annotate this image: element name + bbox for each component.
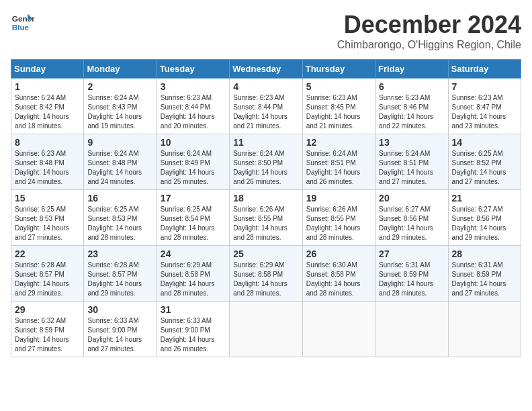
weekday-header: Friday: [375, 60, 448, 79]
day-info: Sunrise: 6:33 AMSunset: 9:00 PMDaylight:…: [87, 316, 152, 354]
calendar-week-row: 1 Sunrise: 6:24 AMSunset: 8:42 PMDayligh…: [11, 79, 521, 134]
day-info: Sunrise: 6:33 AMSunset: 9:00 PMDaylight:…: [161, 316, 226, 354]
day-info: Sunrise: 6:27 AMSunset: 8:56 PMDaylight:…: [379, 205, 444, 242]
calendar-day-cell: 22 Sunrise: 6:28 AMSunset: 8:57 PMDaylig…: [11, 246, 84, 302]
day-info: Sunrise: 6:24 AMSunset: 8:43 PMDaylight:…: [87, 93, 152, 131]
day-info: Sunrise: 6:30 AMSunset: 8:58 PMDaylight:…: [306, 261, 371, 298]
day-number: 3: [161, 81, 226, 92]
day-number: 20: [379, 193, 444, 203]
calendar-week-row: 22 Sunrise: 6:28 AMSunset: 8:57 PMDaylig…: [11, 246, 521, 302]
day-number: 31: [161, 304, 226, 315]
calendar-day-cell: 16 Sunrise: 6:25 AMSunset: 8:53 PMDaylig…: [84, 190, 157, 246]
calendar-day-cell: [448, 302, 521, 357]
calendar-day-cell: 27 Sunrise: 6:31 AMSunset: 8:59 PMDaylig…: [375, 246, 448, 302]
calendar-day-cell: [302, 302, 375, 357]
calendar-day-cell: 12 Sunrise: 6:24 AMSunset: 8:51 PMDaylig…: [302, 134, 375, 190]
calendar-day-cell: 23 Sunrise: 6:28 AMSunset: 8:57 PMDaylig…: [84, 246, 157, 302]
calendar-day-cell: 21 Sunrise: 6:27 AMSunset: 8:56 PMDaylig…: [448, 190, 521, 246]
calendar-day-cell: 5 Sunrise: 6:23 AMSunset: 8:45 PMDayligh…: [302, 79, 375, 134]
day-number: 11: [233, 137, 298, 148]
logo-icon: General Blue: [11, 11, 35, 35]
day-info: Sunrise: 6:23 AMSunset: 8:46 PMDaylight:…: [379, 93, 444, 131]
day-number: 22: [15, 248, 80, 259]
weekday-header: Saturday: [448, 60, 521, 79]
day-info: Sunrise: 6:24 AMSunset: 8:49 PMDaylight:…: [161, 149, 226, 187]
day-info: Sunrise: 6:25 AMSunset: 8:54 PMDaylight:…: [161, 205, 226, 242]
calendar-day-cell: 13 Sunrise: 6:24 AMSunset: 8:51 PMDaylig…: [375, 134, 448, 190]
day-info: Sunrise: 6:29 AMSunset: 8:58 PMDaylight:…: [233, 261, 298, 298]
day-number: 9: [87, 137, 152, 148]
day-number: 1: [15, 81, 80, 92]
calendar-day-cell: [230, 302, 302, 357]
day-info: Sunrise: 6:26 AMSunset: 8:55 PMDaylight:…: [233, 205, 298, 242]
calendar-day-cell: 1 Sunrise: 6:24 AMSunset: 8:42 PMDayligh…: [11, 79, 84, 134]
day-info: Sunrise: 6:28 AMSunset: 8:57 PMDaylight:…: [87, 261, 152, 298]
calendar-day-cell: 24 Sunrise: 6:29 AMSunset: 8:58 PMDaylig…: [157, 246, 229, 302]
calendar-week-row: 29 Sunrise: 6:32 AMSunset: 8:59 PMDaylig…: [11, 302, 521, 357]
day-info: Sunrise: 6:27 AMSunset: 8:56 PMDaylight:…: [452, 205, 517, 242]
day-number: 5: [306, 81, 371, 92]
calendar-day-cell: 31 Sunrise: 6:33 AMSunset: 9:00 PMDaylig…: [157, 302, 229, 357]
calendar-day-cell: 28 Sunrise: 6:31 AMSunset: 8:59 PMDaylig…: [448, 246, 521, 302]
calendar-week-row: 15 Sunrise: 6:25 AMSunset: 8:53 PMDaylig…: [11, 190, 521, 246]
day-number: 28: [452, 248, 517, 259]
page-header: General Blue December 2024 Chimbarongo, …: [11, 11, 521, 51]
day-number: 12: [306, 137, 371, 148]
month-title: December 2024: [337, 11, 521, 39]
calendar-day-cell: 2 Sunrise: 6:24 AMSunset: 8:43 PMDayligh…: [84, 79, 157, 134]
weekday-header-row: SundayMondayTuesdayWednesdayThursdayFrid…: [11, 60, 521, 79]
day-info: Sunrise: 6:24 AMSunset: 8:51 PMDaylight:…: [379, 149, 444, 187]
day-number: 21: [452, 193, 517, 203]
day-number: 27: [379, 248, 444, 259]
day-info: Sunrise: 6:25 AMSunset: 8:53 PMDaylight:…: [87, 205, 152, 242]
weekday-header: Sunday: [11, 60, 84, 79]
day-info: Sunrise: 6:24 AMSunset: 8:48 PMDaylight:…: [87, 149, 152, 187]
day-number: 23: [87, 248, 152, 259]
day-info: Sunrise: 6:26 AMSunset: 8:55 PMDaylight:…: [306, 205, 371, 242]
day-info: Sunrise: 6:23 AMSunset: 8:47 PMDaylight:…: [452, 93, 517, 131]
svg-text:Blue: Blue: [12, 23, 30, 32]
calendar-table: SundayMondayTuesdayWednesdayThursdayFrid…: [11, 59, 521, 357]
day-number: 17: [161, 193, 226, 203]
day-info: Sunrise: 6:24 AMSunset: 8:42 PMDaylight:…: [15, 93, 80, 131]
location-subtitle: Chimbarongo, O'Higgins Region, Chile: [337, 39, 521, 51]
calendar-day-cell: 7 Sunrise: 6:23 AMSunset: 8:47 PMDayligh…: [448, 79, 521, 134]
day-info: Sunrise: 6:31 AMSunset: 8:59 PMDaylight:…: [452, 261, 517, 298]
calendar-day-cell: 19 Sunrise: 6:26 AMSunset: 8:55 PMDaylig…: [302, 190, 375, 246]
calendar-day-cell: 15 Sunrise: 6:25 AMSunset: 8:53 PMDaylig…: [11, 190, 84, 246]
day-info: Sunrise: 6:29 AMSunset: 8:58 PMDaylight:…: [161, 261, 226, 298]
day-number: 13: [379, 137, 444, 148]
day-info: Sunrise: 6:23 AMSunset: 8:48 PMDaylight:…: [15, 149, 80, 187]
day-number: 16: [87, 193, 152, 203]
day-number: 18: [233, 193, 298, 203]
day-info: Sunrise: 6:28 AMSunset: 8:57 PMDaylight:…: [15, 261, 80, 298]
day-number: 29: [15, 304, 80, 315]
day-info: Sunrise: 6:23 AMSunset: 8:44 PMDaylight:…: [161, 93, 226, 131]
day-number: 8: [15, 137, 80, 148]
day-info: Sunrise: 6:24 AMSunset: 8:51 PMDaylight:…: [306, 149, 371, 187]
weekday-header: Thursday: [302, 60, 375, 79]
day-info: Sunrise: 6:23 AMSunset: 8:45 PMDaylight:…: [306, 93, 371, 131]
day-number: 30: [87, 304, 152, 315]
day-number: 2: [87, 81, 152, 92]
weekday-header: Monday: [84, 60, 157, 79]
calendar-day-cell: 8 Sunrise: 6:23 AMSunset: 8:48 PMDayligh…: [11, 134, 84, 190]
day-number: 14: [452, 137, 517, 148]
logo: General Blue: [11, 11, 35, 35]
day-number: 7: [452, 81, 517, 92]
calendar-day-cell: 30 Sunrise: 6:33 AMSunset: 9:00 PMDaylig…: [84, 302, 157, 357]
day-number: 24: [161, 248, 226, 259]
day-number: 26: [306, 248, 371, 259]
calendar-day-cell: 10 Sunrise: 6:24 AMSunset: 8:49 PMDaylig…: [157, 134, 229, 190]
calendar-day-cell: 14 Sunrise: 6:25 AMSunset: 8:52 PMDaylig…: [448, 134, 521, 190]
calendar-day-cell: 18 Sunrise: 6:26 AMSunset: 8:55 PMDaylig…: [230, 190, 302, 246]
calendar-week-row: 8 Sunrise: 6:23 AMSunset: 8:48 PMDayligh…: [11, 134, 521, 190]
calendar-day-cell: 26 Sunrise: 6:30 AMSunset: 8:58 PMDaylig…: [302, 246, 375, 302]
calendar-day-cell: 9 Sunrise: 6:24 AMSunset: 8:48 PMDayligh…: [84, 134, 157, 190]
weekday-header: Tuesday: [157, 60, 229, 79]
day-info: Sunrise: 6:31 AMSunset: 8:59 PMDaylight:…: [379, 261, 444, 298]
calendar-day-cell: 25 Sunrise: 6:29 AMSunset: 8:58 PMDaylig…: [230, 246, 302, 302]
day-info: Sunrise: 6:25 AMSunset: 8:52 PMDaylight:…: [452, 149, 517, 187]
day-number: 25: [233, 248, 298, 259]
title-area: December 2024 Chimbarongo, O'Higgins Reg…: [337, 11, 521, 51]
